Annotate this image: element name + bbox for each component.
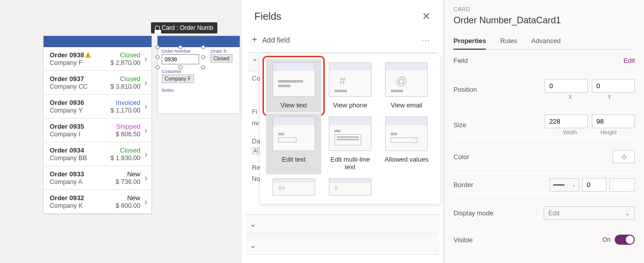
display-mode-select[interactable]: Edit ⌄ — [544, 206, 635, 220]
order-status-field[interactable]: Order S Closed — [206, 47, 240, 67]
lock-icon — [155, 26, 160, 30]
props-tabs: Properties Rules Advanced — [453, 37, 635, 50]
bg-text: Fi — [252, 108, 257, 116]
field-type-edit-multiline[interactable]: Edit multi-line text — [325, 117, 374, 171]
order-amount: $ 1,930.00 — [110, 155, 140, 162]
order-number-field[interactable]: Order Number — [158, 47, 203, 67]
more-icon[interactable]: ··· — [422, 36, 431, 44]
chevron-right-icon: › — [142, 101, 147, 112]
order-title: Order 0937 — [50, 75, 110, 83]
order-title: Order 0933 — [50, 170, 116, 178]
field-type-allowed-values[interactable]: Allowed values — [382, 117, 431, 171]
position-x-input[interactable] — [545, 79, 588, 93]
bg-text: Co — [252, 74, 260, 82]
order-title: Order 0934 — [50, 146, 110, 154]
position-label: Position — [453, 86, 545, 93]
color-label: Color — [453, 153, 613, 161]
border-color-picker[interactable] — [610, 178, 635, 192]
field-type-partial-1[interactable]: Aᴀ — [269, 178, 318, 196]
field-type-label: Allowed values — [385, 156, 429, 164]
add-field-label: Add field — [262, 36, 290, 44]
chevron-up-icon: ⌃ — [252, 58, 258, 66]
order-company: Company I — [50, 131, 116, 138]
order-company: Company F — [50, 59, 110, 66]
order-status: Invoiced — [110, 99, 140, 106]
width-input[interactable] — [545, 115, 588, 128]
x-label: X — [569, 94, 572, 100]
order-status: New — [116, 170, 140, 178]
customer-label: Customer — [162, 69, 236, 74]
visible-label: Visible — [453, 236, 602, 244]
list-item[interactable]: Order 0938 Company F Closed $ 2,870.00 › — [44, 47, 151, 71]
border-width-input[interactable] — [582, 178, 607, 192]
field-type-label: View phone — [333, 102, 367, 109]
chevron-right-icon: › — [142, 149, 147, 160]
customer-field[interactable]: Customer Company F — [158, 67, 240, 86]
chevron-right-icon: › — [142, 197, 147, 207]
visible-toggle[interactable] — [615, 235, 635, 245]
order-status: Closed — [110, 146, 140, 154]
fields-title: Fields — [254, 11, 281, 22]
order-status: Shipped — [116, 123, 140, 130]
field-prop-label: Field — [453, 57, 624, 64]
order-company: Company CC — [50, 83, 110, 90]
customer-value: Company F — [162, 74, 194, 83]
order-company: Company BB — [50, 155, 110, 162]
order-company: Company K — [50, 202, 116, 209]
order-amount: $ 1,170.00 — [110, 107, 140, 114]
chevron-down-icon: ⌄ — [250, 241, 256, 249]
accordion-collapsed-1[interactable]: ⌄ — [246, 214, 439, 234]
height-label: Height — [600, 129, 617, 135]
add-field-button[interactable]: + Add field — [252, 34, 290, 45]
field-type-partial-2[interactable]: Δ — [325, 178, 374, 196]
width-label: Width — [563, 129, 577, 135]
card-tooltip: Card : Order Numb — [151, 22, 217, 33]
position-y-input[interactable] — [592, 79, 635, 93]
y-label: Y — [608, 94, 611, 100]
list-item[interactable]: Order 0935 Company I Shipped $ 606.50 › — [44, 119, 151, 142]
tab-advanced[interactable]: Advanced — [532, 37, 561, 49]
edit-field-link[interactable]: Edit — [624, 57, 635, 64]
list-item[interactable]: Order 0932 Company K New $ 800.00 › — [44, 190, 151, 214]
tab-properties[interactable]: Properties — [453, 37, 486, 50]
fields-panel: Fields ✕ + Add field ··· ⌃ Co Fi nv Da A… — [241, 0, 444, 263]
field-type-label: Edit multi-line text — [325, 156, 374, 171]
order-amount: $ 606.50 — [116, 131, 140, 138]
order-company: Company Y — [50, 107, 110, 114]
list-item[interactable]: Order 0933 Company A New $ 736.00 › — [44, 166, 151, 190]
plus-icon: + — [252, 34, 257, 45]
page-title: Order Number_DataCard1 — [453, 15, 635, 26]
field-type-label: Edit text — [282, 156, 306, 164]
fields-content: ⌃ Co Fi nv Da Al Re No View text — [242, 52, 443, 71]
order-company: Company A — [50, 178, 116, 185]
canvas-header-bar — [158, 36, 240, 47]
canvas-card[interactable]: Order Number Order S Closed Customer Com… — [157, 35, 240, 114]
order-status-value: Closed — [210, 54, 232, 63]
border-label: Border — [453, 181, 550, 189]
accordion-collapsed-2[interactable]: ⌄ — [246, 236, 439, 255]
field-type-view-email[interactable]: @ View email — [382, 62, 431, 109]
order-title: Order 0932 — [50, 194, 116, 202]
list-item[interactable]: Order 0936 Company Y Invoiced $ 1,170.00… — [44, 95, 151, 119]
close-icon[interactable]: ✕ — [422, 10, 431, 22]
breadcrumb: CARD — [453, 6, 635, 12]
order-number-label: Order Number — [162, 49, 199, 54]
chevron-down-icon: ⌄ — [625, 209, 630, 217]
order-status-label: Order S — [210, 49, 236, 54]
order-number-input[interactable] — [162, 54, 199, 64]
field-type-view-text[interactable]: View text — [266, 59, 321, 112]
height-input[interactable] — [592, 115, 635, 128]
border-style-select[interactable]: ⌄ — [550, 178, 579, 192]
list-item[interactable]: Order 0937 Company CC Closed $ 3,810.00 … — [44, 71, 151, 95]
field-type-view-phone[interactable]: # View phone — [325, 62, 374, 109]
list-item[interactable]: Order 0934 Company BB Closed $ 1,930.00 … — [44, 142, 151, 166]
size-label: Size — [453, 121, 545, 129]
notes-field[interactable]: Notes — [158, 86, 240, 96]
order-status: New — [116, 194, 140, 202]
field-type-edit-text[interactable]: Edit text — [266, 114, 321, 174]
tab-rules[interactable]: Rules — [500, 37, 517, 49]
properties-panel: CARD Order Number_DataCard1 Properties R… — [444, 0, 644, 263]
color-picker[interactable]: ◇ — [613, 150, 635, 163]
field-type-picker: View text # View phone @ — [260, 54, 440, 204]
order-status: Closed — [110, 75, 140, 83]
